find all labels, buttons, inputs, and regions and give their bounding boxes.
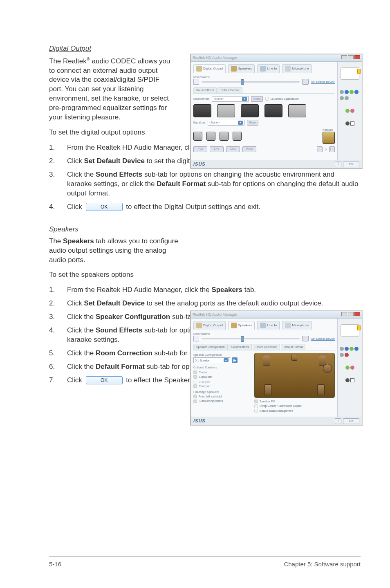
main-volume-slider — [202, 338, 300, 339]
subtab-sound-effects: Sound Effects — [193, 87, 217, 93]
equalizer-label: Equalizer — [193, 121, 205, 124]
tab-digital-output: Digital Output — [193, 64, 226, 73]
ok-button-shot: OK — [343, 162, 359, 167]
realtek-speakers-screenshot: Realtek HD Audio Manager Digital Output … — [191, 311, 362, 425]
main-volume-label: Main Volume — [193, 332, 335, 336]
info-button: i — [335, 162, 341, 167]
ok-button-shot: OK — [343, 418, 359, 424]
optional-speakers-label: Optional Speakers — [193, 366, 251, 369]
balance-icon — [193, 336, 199, 341]
front-jacks — [345, 108, 355, 114]
digital-output-heading: Digital Output — [49, 44, 361, 54]
window-title: Realtek HD Audio Manager — [193, 312, 237, 317]
loudness-eq-check: Loudness Equalization — [265, 97, 299, 101]
tab-line-in: Line In — [257, 64, 280, 73]
subtab-default-format: Default Format — [281, 344, 305, 350]
info-button: i — [335, 418, 341, 424]
center-check: Center — [193, 370, 251, 374]
set-default-device-link: Set Default Device — [311, 337, 335, 341]
bass-mgmt-check: Enable Bass Management — [254, 409, 335, 413]
speaker-config-dropdown: 5.1 Speaker▾ — [193, 357, 230, 363]
side-check: Side pair — [193, 380, 251, 384]
front-jacks — [345, 365, 355, 371]
window-buttons — [341, 55, 360, 61]
reset-button: Reset — [251, 96, 262, 102]
tab-line-in: Line In — [257, 321, 280, 330]
play-test-button: ▶ — [232, 357, 238, 363]
chapter-label: Chapter 5: Software support — [284, 560, 361, 568]
window-title: Realtek HD Audio Manager — [193, 55, 237, 60]
brand-logo: /SUS — [193, 161, 206, 167]
speaker-config-label: Speaker Configuration — [193, 353, 251, 357]
main-volume-slider — [202, 81, 300, 83]
mute-button — [302, 79, 309, 85]
connector-diagram — [341, 67, 359, 80]
tab-speakers: Speakers — [228, 64, 255, 73]
subtab-room-correction: Room Correction — [253, 344, 280, 350]
back-jacks — [339, 90, 360, 102]
speakers-sublead: To set the speakers options — [49, 270, 361, 280]
speakers-heading: Speakers — [49, 225, 361, 234]
full-range-label: Full-range Speakers — [193, 390, 251, 394]
speaker-layout-image — [254, 353, 335, 398]
eq-reset-button: Reset — [247, 120, 258, 126]
environment-dropdown: <None>▾ — [212, 96, 249, 102]
tab-digital-output: Digital Output — [193, 321, 226, 330]
environment-label: Environment — [193, 97, 209, 101]
window-buttons — [341, 312, 360, 317]
digital-jacks — [345, 121, 355, 127]
back-jacks — [339, 346, 360, 359]
ok-button: OK — [86, 376, 123, 384]
speakers-intro: The Speakers tab allows you to configure… — [49, 237, 180, 265]
connector-diagram — [341, 324, 359, 337]
speaker-fill-check: Speaker Fill — [254, 399, 335, 403]
page-number: 5-16 — [49, 560, 61, 568]
tab-speakers: Speakers — [228, 321, 255, 330]
swap-center-sub-check: Swap Center / Subwoofer Output — [254, 404, 335, 408]
set-default-device-link: Set Default Device — [311, 80, 335, 84]
subwoofer-check: Subwoofer — [193, 375, 251, 379]
rear-check: Rear pair — [193, 384, 251, 388]
page-footer: 5-16 Chapter 5: Software support — [49, 557, 361, 568]
subtab-default-format: Default Format — [217, 87, 242, 93]
subtab-speaker-config: Speaker Configuration — [193, 344, 228, 350]
tab-microphone: Microphone — [282, 321, 312, 330]
realtek-digital-output-screenshot: Realtek HD Audio Manager Digital Output … — [191, 54, 362, 168]
tab-microphone: Microphone — [282, 64, 312, 73]
front-lr-check: Front left and right — [193, 395, 251, 398]
environment-presets — [193, 104, 335, 117]
equalizer-dropdown: <None>▾ — [208, 120, 244, 126]
ok-button: OK — [86, 203, 123, 211]
digital-jacks — [345, 378, 355, 384]
surround-check: Surround speakers — [193, 399, 251, 403]
karaoke-label: Karaoke — [323, 128, 335, 132]
main-volume-label: Main Volume — [193, 75, 335, 79]
balance-icon — [193, 79, 199, 85]
mute-button — [302, 336, 309, 341]
equalizer-presets: Karaoke — [193, 128, 335, 144]
digital-output-intro: The Realtek® audio CODEC allows you to c… — [49, 56, 172, 122]
subtab-sound-effects: Sound Effects — [229, 344, 252, 350]
brand-logo: /SUS — [193, 418, 206, 424]
